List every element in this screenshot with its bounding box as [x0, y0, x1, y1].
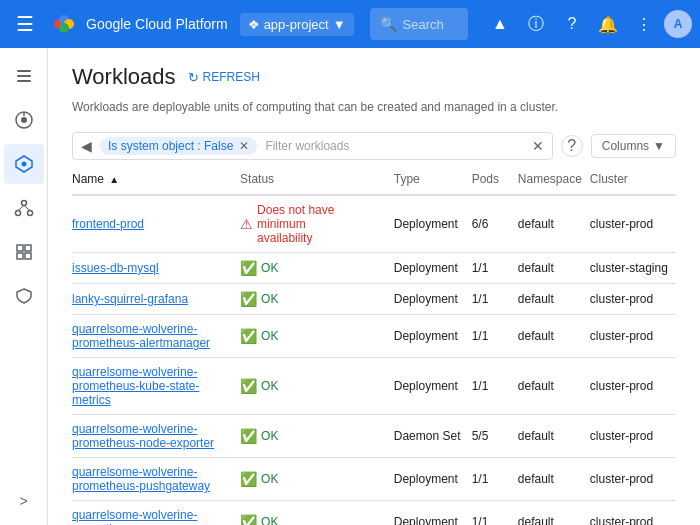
- check-circle-icon: ✅: [240, 291, 257, 307]
- workload-pods: 1/1: [472, 253, 518, 284]
- user-avatar[interactable]: A: [664, 10, 692, 38]
- svg-point-3: [59, 23, 69, 33]
- workload-namespace: default: [518, 284, 590, 315]
- app-logo: Google Cloud Platform: [50, 10, 228, 38]
- svg-rect-4: [17, 70, 31, 72]
- workload-cluster: cluster-prod: [590, 458, 676, 501]
- workload-type: Daemon Set: [394, 415, 472, 458]
- filter-clear-icon[interactable]: ✕: [532, 138, 544, 154]
- th-status[interactable]: Status: [240, 164, 394, 195]
- check-circle-icon: ✅: [240, 514, 257, 525]
- search-input[interactable]: [403, 17, 458, 32]
- th-namespace[interactable]: Namespace: [518, 164, 590, 195]
- workload-namespace: default: [518, 315, 590, 358]
- status-label: OK: [261, 379, 278, 393]
- more-vert-icon[interactable]: ⋮: [628, 8, 660, 40]
- sidebar-item-grid[interactable]: [4, 232, 44, 272]
- status-label: OK: [261, 261, 278, 275]
- check-circle-icon: ✅: [240, 471, 257, 487]
- workload-name-link[interactable]: quarrelsome-wolverine-prometheus-server: [72, 508, 197, 525]
- workload-type: Deployment: [394, 501, 472, 526]
- project-icon: ❖: [248, 17, 260, 32]
- sidebar-item-security[interactable]: [4, 276, 44, 316]
- workloads-table: Name ▲ Status Type Pods Na: [72, 164, 676, 525]
- filter-help-icon[interactable]: ?: [561, 135, 583, 157]
- th-type-label: Type: [394, 172, 420, 186]
- workload-type: Deployment: [394, 284, 472, 315]
- sidebar-expand-button[interactable]: >: [4, 485, 44, 517]
- table-row: quarrelsome-wolverine-prometheus-server …: [72, 501, 676, 526]
- workload-name-link[interactable]: frontend-prod: [72, 217, 144, 231]
- table-row: quarrelsome-wolverine-prometheus-kube-st…: [72, 358, 676, 415]
- workload-namespace: default: [518, 358, 590, 415]
- workload-cluster: cluster-prod: [590, 415, 676, 458]
- columns-button[interactable]: Columns ▼: [591, 134, 676, 158]
- refresh-label: REFRESH: [203, 70, 260, 84]
- workload-type: Deployment: [394, 253, 472, 284]
- main-layout: > Workloads ↻ REFRESH Workloads are depl…: [0, 48, 700, 525]
- help-icon[interactable]: ?: [556, 8, 588, 40]
- th-status-label: Status: [240, 172, 274, 186]
- svg-rect-18: [25, 245, 31, 251]
- cloud-upload-icon[interactable]: ▲: [484, 8, 516, 40]
- chevron-down-icon: ▼: [653, 139, 665, 153]
- th-pods[interactable]: Pods: [472, 164, 518, 195]
- search-icon: 🔍: [380, 16, 397, 32]
- project-name: app-project: [264, 17, 329, 32]
- sidebar-item-clusters[interactable]: [4, 188, 44, 228]
- filter-bar-actions: ✕: [532, 138, 544, 154]
- sidebar-item-menu[interactable]: [4, 56, 44, 96]
- search-bar[interactable]: 🔍: [370, 8, 468, 40]
- notification-icon[interactable]: 🔔: [592, 8, 624, 40]
- svg-point-12: [21, 201, 26, 206]
- hamburger-menu-icon[interactable]: ☰: [8, 8, 42, 40]
- th-type[interactable]: Type: [394, 164, 472, 195]
- workload-namespace: default: [518, 195, 590, 253]
- filter-tag[interactable]: Is system object : False ✕: [100, 137, 257, 155]
- th-name-label: Name: [72, 172, 104, 186]
- workload-name-link[interactable]: quarrelsome-wolverine-prometheus-kube-st…: [72, 365, 199, 407]
- svg-point-8: [21, 117, 27, 123]
- check-circle-icon: ✅: [240, 428, 257, 444]
- filter-input[interactable]: [265, 139, 523, 153]
- svg-line-15: [18, 206, 24, 211]
- filter-icon: ◀: [81, 138, 92, 154]
- sidebar-item-dashboard[interactable]: [4, 100, 44, 140]
- chevron-down-icon: ▼: [333, 17, 346, 32]
- filter-tag-close-icon[interactable]: ✕: [239, 139, 249, 153]
- workload-namespace: default: [518, 458, 590, 501]
- workload-name-link[interactable]: quarrelsome-wolverine-prometheus-node-ex…: [72, 422, 214, 450]
- table-header: Name ▲ Status Type Pods Na: [72, 164, 676, 195]
- svg-point-13: [15, 211, 20, 216]
- workload-name-link[interactable]: issues-db-mysql: [72, 261, 159, 275]
- error-circle-icon: ⚠: [240, 216, 253, 232]
- check-circle-icon: ✅: [240, 328, 257, 344]
- workload-cluster: cluster-prod: [590, 315, 676, 358]
- workload-type: Deployment: [394, 358, 472, 415]
- project-selector[interactable]: ❖ app-project ▼: [240, 13, 354, 36]
- workload-cluster: cluster-prod: [590, 284, 676, 315]
- sidebar-item-kubernetes[interactable]: [4, 144, 44, 184]
- table-row: quarrelsome-wolverine-prometheus-node-ex…: [72, 415, 676, 458]
- left-sidebar: >: [0, 48, 48, 525]
- refresh-button[interactable]: ↻ REFRESH: [188, 70, 260, 85]
- app-title: Google Cloud Platform: [86, 16, 228, 32]
- svg-rect-5: [17, 75, 31, 77]
- workload-name-link[interactable]: quarrelsome-wolverine-prometheus-pushgat…: [72, 465, 210, 493]
- workload-pods: 1/1: [472, 358, 518, 415]
- th-cluster[interactable]: Cluster: [590, 164, 676, 195]
- status-ok: ✅ OK: [240, 428, 386, 444]
- expand-icon: >: [19, 493, 27, 509]
- page-title: Workloads: [72, 64, 176, 90]
- workload-name-link[interactable]: quarrelsome-wolverine-prometheus-alertma…: [72, 322, 210, 350]
- workload-cluster: cluster-prod: [590, 501, 676, 526]
- status-label: OK: [261, 515, 278, 525]
- th-name[interactable]: Name ▲: [72, 164, 240, 195]
- workload-name-link[interactable]: lanky-squirrel-grafana: [72, 292, 188, 306]
- main-content: Workloads ↻ REFRESH Workloads are deploy…: [48, 48, 700, 525]
- workload-namespace: default: [518, 501, 590, 526]
- info-icon[interactable]: ⓘ: [520, 8, 552, 40]
- status-ok: ✅ OK: [240, 291, 386, 307]
- svg-rect-19: [17, 253, 23, 259]
- table-body: frontend-prod ⚠ Does not have minimumava…: [72, 195, 676, 525]
